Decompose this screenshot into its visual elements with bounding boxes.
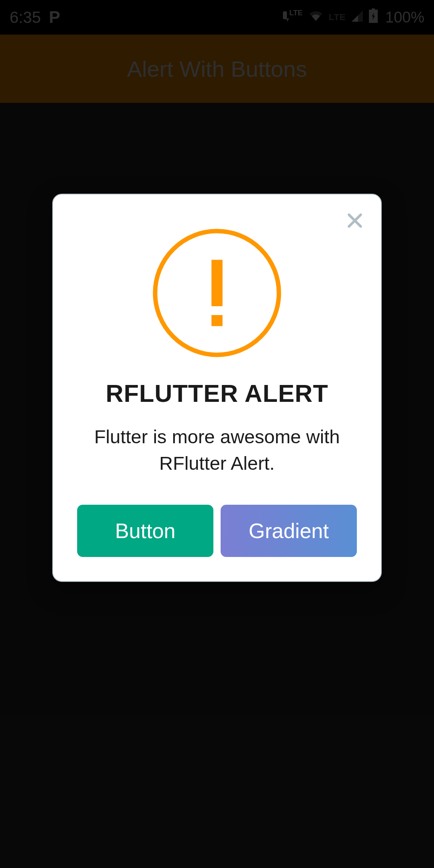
close-icon: [345, 225, 365, 232]
close-button[interactable]: [345, 211, 365, 231]
svg-rect-5: [211, 315, 223, 326]
primary-button[interactable]: Button: [77, 505, 213, 557]
dialog-title: RFLUTTER ALERT: [106, 379, 328, 407]
warning-icon: [151, 227, 283, 359]
dialog-buttons: Button Gradient: [77, 505, 357, 557]
svg-rect-4: [211, 260, 223, 307]
dialog-container: RFLUTTER ALERT Flutter is more awesome w…: [0, 0, 434, 868]
gradient-button[interactable]: Gradient: [221, 505, 357, 557]
dialog-message: Flutter is more awesome with RFlutter Al…: [77, 424, 357, 477]
alert-dialog: RFLUTTER ALERT Flutter is more awesome w…: [52, 194, 382, 582]
